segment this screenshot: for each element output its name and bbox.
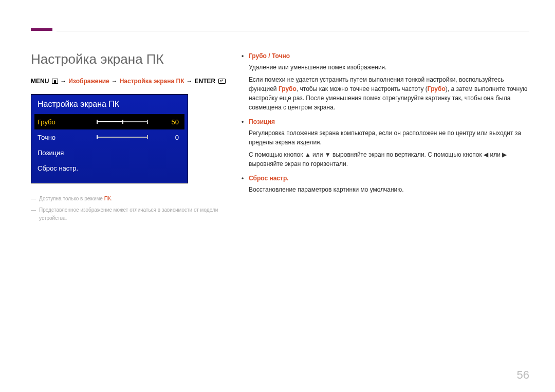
enter-icon xyxy=(218,79,226,84)
page-title: Настройка экрана ПК xyxy=(31,51,226,67)
menu-icon xyxy=(52,79,58,84)
menu-label: MENU xyxy=(31,78,49,85)
arrow-icon: → xyxy=(112,78,118,85)
desc-head: Грубо / Точно xyxy=(249,51,529,61)
desc-head: Сброс настр. xyxy=(249,174,529,183)
desc-text: Удаление или уменьшение помех изображени… xyxy=(249,63,529,72)
dash-icon: ― xyxy=(31,195,36,203)
dash-icon: ― xyxy=(31,206,36,222)
osd-item-value: 0 xyxy=(158,134,179,141)
desc-text: Регулировка положения экрана компьютера,… xyxy=(249,128,529,147)
footnotes: ― Доступна только в режиме ПК. ― Предста… xyxy=(31,195,226,222)
osd-slider xyxy=(97,135,158,139)
desc-text: Если помехи не удается устранить путем в… xyxy=(249,75,529,112)
menu-path: MENU → Изображение → Настройка экрана ПК… xyxy=(31,78,226,85)
accent-bar xyxy=(31,28,52,31)
osd-slider xyxy=(97,120,158,124)
osd-item-value: 50 xyxy=(158,118,179,126)
footnote: ― Представленное изображение может отлич… xyxy=(31,206,226,222)
desc-item-position: Позиция Регулировка положения экрана ком… xyxy=(242,117,529,169)
desc-text: Восстановление параметров картинки мо ум… xyxy=(249,185,529,194)
right-arrow-icon: ▶ xyxy=(502,150,507,159)
right-column: Грубо / Точно Удаление или уменьшение по… xyxy=(242,51,529,226)
left-arrow-icon: ◀ xyxy=(484,150,488,159)
menu-step-pcscreen: Настройка экрана ПК xyxy=(120,78,184,85)
desc-item-coarse-fine: Грубо / Точно Удаление или уменьшение по… xyxy=(242,51,529,112)
desc-head: Позиция xyxy=(249,117,529,126)
footnote-pk: ПК xyxy=(104,196,111,201)
desc-text: С помощью кнопок ▲ или ▼ выровняйте экра… xyxy=(249,150,529,169)
osd-title: Настройка экрана ПК xyxy=(31,95,188,114)
arrow-icon: → xyxy=(187,78,193,85)
osd-item-position[interactable]: Позиция xyxy=(34,145,184,160)
footnote: ― Доступна только в режиме ПК. xyxy=(31,195,226,203)
osd-panel: Настройка экрана ПК Грубо 50 Точно xyxy=(31,94,188,183)
footnote-text: Доступна только в режиме xyxy=(39,196,104,201)
content: Настройка экрана ПК MENU → Изображение →… xyxy=(31,51,529,226)
down-arrow-icon: ▼ xyxy=(325,150,331,159)
up-arrow-icon: ▲ xyxy=(305,150,311,159)
desc-item-reset: Сброс настр. Восстановление параметров к… xyxy=(242,174,529,194)
arrow-icon: → xyxy=(60,78,66,85)
footnote-text: . xyxy=(111,196,113,201)
page-number: 56 xyxy=(517,368,529,382)
top-divider xyxy=(57,31,529,31)
footnote-text: Представленное изображение может отличат… xyxy=(39,206,226,222)
manual-page: Настройка экрана ПК MENU → Изображение →… xyxy=(0,0,555,392)
enter-label: ENTER xyxy=(195,78,216,85)
osd-item-label: Грубо xyxy=(38,118,97,126)
osd-item-label: Сброс настр. xyxy=(38,164,97,172)
osd-item-label: Точно xyxy=(38,134,97,141)
menu-step-image: Изображение xyxy=(68,78,109,85)
osd-item-reset[interactable]: Сброс настр. xyxy=(34,160,184,176)
osd-item-fine[interactable]: Точно 0 xyxy=(34,129,184,145)
osd-item-coarse[interactable]: Грубо 50 xyxy=(34,114,184,129)
osd-item-label: Позиция xyxy=(38,149,97,157)
osd-items: Грубо 50 Точно 0 Позиция xyxy=(31,114,188,183)
left-column: Настройка экрана ПК MENU → Изображение →… xyxy=(31,51,226,226)
